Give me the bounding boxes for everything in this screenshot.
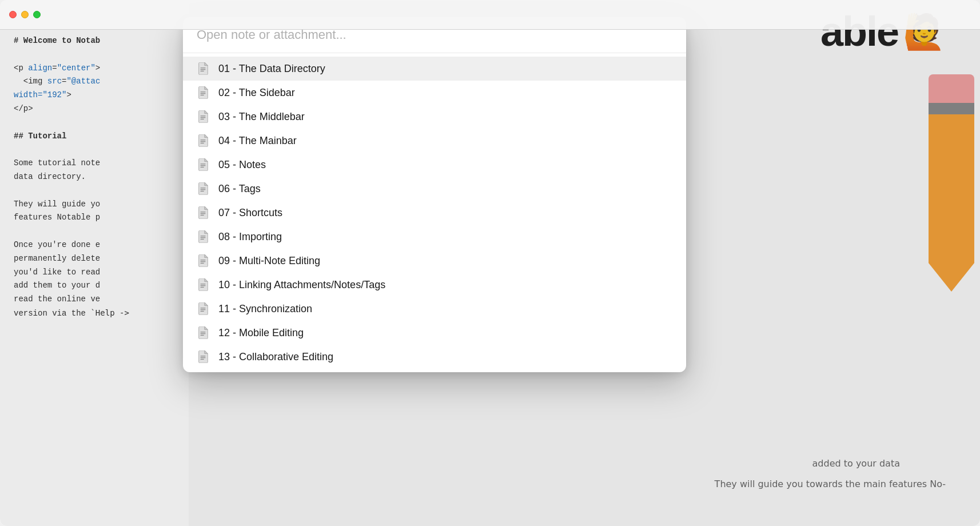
svg-rect-38 xyxy=(200,359,204,360)
minimize-button[interactable] xyxy=(21,11,29,18)
svg-rect-10 xyxy=(200,141,205,142)
document-icon xyxy=(197,134,209,147)
item-label: 10 - Linking Attachments/Notes/Tags xyxy=(218,279,385,291)
svg-rect-36 xyxy=(200,356,205,356)
document-icon xyxy=(197,350,209,363)
document-icon xyxy=(197,278,209,291)
item-label: 13 - Collaborative Editing xyxy=(218,351,333,363)
item-label: 04 - The Mainbar xyxy=(218,135,297,147)
svg-rect-12 xyxy=(200,164,205,164)
close-button[interactable] xyxy=(9,11,17,18)
item-label: 06 - Tags xyxy=(218,183,261,195)
svg-rect-4 xyxy=(200,93,205,94)
document-icon xyxy=(197,206,209,219)
document-icon xyxy=(197,326,209,339)
maximize-button[interactable] xyxy=(33,11,41,18)
document-icon xyxy=(197,254,209,267)
list-item-6[interactable]: 06 - Tags xyxy=(183,177,686,201)
svg-rect-7 xyxy=(200,117,205,118)
document-icon xyxy=(197,62,209,75)
svg-rect-15 xyxy=(200,188,205,188)
list-item-5[interactable]: 05 - Notes xyxy=(183,153,686,177)
svg-rect-19 xyxy=(200,213,205,214)
svg-rect-16 xyxy=(200,189,205,190)
svg-rect-18 xyxy=(200,212,205,212)
svg-rect-20 xyxy=(200,215,204,216)
svg-rect-27 xyxy=(200,284,205,284)
svg-rect-32 xyxy=(200,311,204,312)
svg-rect-22 xyxy=(200,237,205,238)
list-item-8[interactable]: 08 - Importing xyxy=(183,225,686,249)
traffic-lights xyxy=(9,11,41,18)
svg-rect-23 xyxy=(200,239,204,240)
item-label: 12 - Mobile Editing xyxy=(218,327,304,339)
list-item-12[interactable]: 12 - Mobile Editing xyxy=(183,321,686,345)
list-item-10[interactable]: 10 - Linking Attachments/Notes/Tags xyxy=(183,273,686,297)
titlebar xyxy=(0,0,980,30)
item-label: 11 - Synchronization xyxy=(218,303,312,315)
svg-rect-31 xyxy=(200,309,205,310)
svg-rect-21 xyxy=(200,236,205,236)
list-item-2[interactable]: 02 - The Sidebar xyxy=(183,81,686,105)
document-icon xyxy=(197,86,209,99)
svg-rect-11 xyxy=(200,143,204,144)
svg-rect-3 xyxy=(200,91,205,92)
list-item-13[interactable]: 13 - Collaborative Editing xyxy=(183,345,686,369)
list-item-4[interactable]: 04 - The Mainbar xyxy=(183,129,686,153)
svg-rect-26 xyxy=(200,263,204,264)
item-label: 01 - The Data Directory xyxy=(218,63,325,75)
svg-rect-9 xyxy=(200,140,205,140)
document-icon xyxy=(197,230,209,243)
svg-rect-30 xyxy=(200,308,205,308)
item-label: 08 - Importing xyxy=(218,231,282,243)
svg-rect-25 xyxy=(200,261,205,262)
svg-rect-24 xyxy=(200,260,205,260)
item-label: 07 - Shortcuts xyxy=(218,207,282,219)
document-icon xyxy=(197,158,209,171)
app-window: # Welcome to Notab <p align="center"> <i… xyxy=(0,0,980,526)
svg-rect-14 xyxy=(200,167,204,168)
svg-rect-33 xyxy=(200,332,205,332)
search-dropdown: 01 - The Data Directory 02 - The Sidebar… xyxy=(183,17,686,372)
item-label: 03 - The Middlebar xyxy=(218,111,305,123)
document-icon xyxy=(197,182,209,195)
svg-rect-5 xyxy=(200,95,204,95)
document-icon xyxy=(197,302,209,315)
svg-rect-34 xyxy=(200,333,205,334)
svg-rect-13 xyxy=(200,165,205,166)
list-item-7[interactable]: 07 - Shortcuts xyxy=(183,201,686,225)
svg-rect-8 xyxy=(200,119,204,119)
list-item-9[interactable]: 09 - Multi-Note Editing xyxy=(183,249,686,273)
svg-rect-28 xyxy=(200,285,205,286)
svg-rect-29 xyxy=(200,287,204,288)
svg-rect-6 xyxy=(200,115,205,116)
list-item-1[interactable]: 01 - The Data Directory xyxy=(183,57,686,81)
items-list: 01 - The Data Directory 02 - The Sidebar… xyxy=(183,53,686,372)
svg-rect-35 xyxy=(200,335,204,336)
item-label: 05 - Notes xyxy=(218,159,266,171)
svg-rect-0 xyxy=(200,67,205,68)
item-label: 09 - Multi-Note Editing xyxy=(218,255,320,267)
document-icon xyxy=(197,110,209,123)
item-label: 02 - The Sidebar xyxy=(218,87,295,99)
svg-rect-17 xyxy=(200,191,204,192)
svg-rect-1 xyxy=(200,69,205,70)
svg-rect-2 xyxy=(200,71,204,71)
list-item-3[interactable]: 03 - The Middlebar xyxy=(183,105,686,129)
svg-rect-37 xyxy=(200,357,205,358)
list-item-11[interactable]: 11 - Synchronization xyxy=(183,297,686,321)
